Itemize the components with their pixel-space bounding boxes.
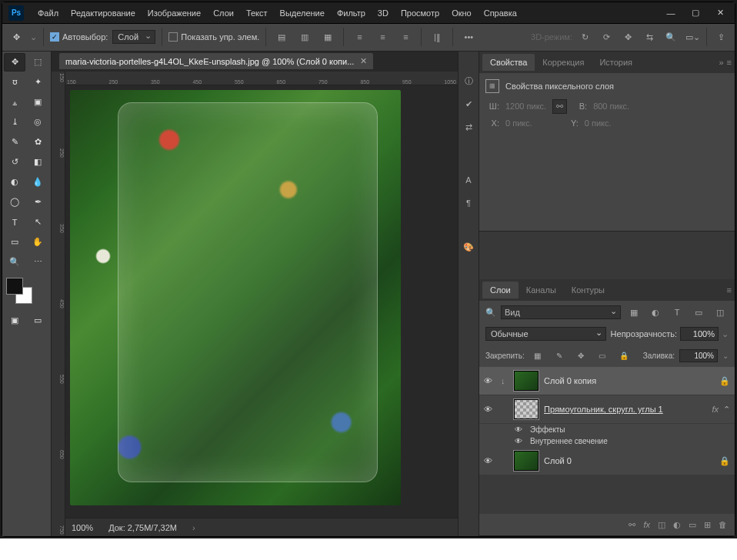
align-right-icon[interactable]: ▦ [318, 28, 337, 46]
close-icon[interactable]: ✕ [360, 56, 367, 66]
tool-gradient[interactable]: ◐ [4, 173, 25, 192]
3d-slide-icon[interactable]: ⇆ [640, 28, 659, 46]
workspace-icon[interactable]: ▭⌄ [683, 28, 702, 46]
color-swatches[interactable] [6, 278, 32, 304]
menu-3d[interactable]: 3D [372, 2, 395, 24]
filter-smart-icon[interactable]: ◫ [712, 304, 729, 321]
layer-item[interactable]: 👁 Слой 0 🔒 [479, 447, 735, 475]
share-icon[interactable]: ⇪ [712, 28, 730, 46]
distribute-bottom-icon[interactable]: ≡ [396, 28, 415, 46]
fx-badge[interactable]: fx [712, 405, 719, 414]
layer-name[interactable]: Слой 0 [544, 456, 715, 465]
tool-hand[interactable]: ✋ [27, 233, 48, 252]
tool-brush[interactable]: ✎ [4, 133, 25, 152]
lock-position-icon[interactable]: ✥ [572, 347, 589, 364]
visibility-icon[interactable]: 👁 [484, 456, 496, 465]
layer-mask-icon[interactable]: ◫ [658, 520, 665, 530]
layer-item[interactable]: 👁 Прямоугольник, скругл. углы 1 fx ⌃ [479, 395, 735, 424]
paragraph-icon[interactable]: ¶ [460, 195, 477, 212]
tool-screenmode[interactable]: ▭ [27, 312, 48, 330]
distribute-top-icon[interactable]: ≡ [350, 28, 368, 46]
menu-window[interactable]: Окно [445, 2, 478, 24]
tool-path[interactable]: ↖ [27, 213, 48, 232]
visibility-icon[interactable]: 👁 [484, 376, 496, 385]
layer-name[interactable]: Слой 0 копия [544, 376, 715, 385]
tab-history[interactable]: История [592, 54, 640, 71]
show-controls-checkbox[interactable]: Показать упр. элем. [168, 32, 259, 42]
autoselect-checkbox[interactable]: ✓ Автовыбор: [50, 32, 108, 42]
info-icon[interactable]: ⓘ [460, 73, 477, 90]
tool-type[interactable]: T [4, 213, 25, 232]
tab-layers[interactable]: Слои [482, 282, 519, 298]
menu-layers[interactable]: Слои [207, 2, 240, 24]
menu-select[interactable]: Выделение [274, 2, 331, 24]
tool-spot-heal[interactable]: ◎ [27, 113, 48, 132]
document-tab[interactable]: maria-victoria-portelles-g4L4OL_KkeE-uns… [59, 53, 373, 69]
filter-adjust-icon[interactable]: ◐ [647, 304, 664, 321]
zoom-level[interactable]: 100% [72, 523, 93, 532]
menu-text[interactable]: Текст [240, 2, 274, 24]
tool-frame[interactable]: ▣ [27, 93, 48, 112]
3d-pan-icon[interactable]: ✥ [619, 28, 637, 46]
tool-marquee[interactable]: ⬚ [27, 53, 48, 72]
layer-name[interactable]: Прямоугольник, скругл. углы 1 [544, 405, 707, 414]
layer-filter-kind[interactable]: Вид [501, 305, 621, 319]
layer-thumbnail[interactable] [513, 450, 539, 472]
character-icon[interactable]: A [460, 172, 477, 188]
lock-all-icon[interactable]: 🔒 [615, 347, 632, 364]
search-icon[interactable]: 🔍 [662, 28, 680, 46]
panel-menu-icon[interactable]: ≡ [727, 58, 732, 67]
menu-filter[interactable]: Фильтр [331, 2, 372, 24]
fx-inner-glow-row[interactable]: 👁 Внутреннее свечение [479, 435, 735, 447]
layer-fx-icon[interactable]: fx [643, 520, 650, 529]
3d-orbit-icon[interactable]: ↻ [575, 28, 594, 46]
tab-channels[interactable]: Каналы [519, 282, 564, 298]
layer-item[interactable]: 👁 ↓ Слой 0 копия 🔒 [479, 367, 735, 395]
lock-artboard-icon[interactable]: ▭ [594, 347, 611, 364]
tool-shape[interactable]: ▭ [4, 233, 25, 252]
layer-thumbnail[interactable] [513, 370, 539, 392]
visibility-icon[interactable]: 👁 [484, 405, 496, 414]
lock-pixels-icon[interactable]: ▦ [529, 347, 546, 364]
tool-eyedropper[interactable]: ⤓ [4, 113, 25, 132]
menu-edit[interactable]: Редактирование [65, 2, 142, 24]
canvas[interactable] [65, 85, 458, 518]
opacity-value[interactable]: 100% [680, 327, 719, 341]
tool-quickmask[interactable]: ▣ [4, 312, 25, 330]
move-tool-icon[interactable]: ✥ [7, 28, 25, 46]
group-layers-icon[interactable]: ▭ [689, 520, 696, 530]
color-icon[interactable]: 🎨 [460, 239, 477, 256]
menu-image[interactable]: Изображение [142, 2, 207, 24]
search-mode-icon[interactable]: 🔍 [485, 308, 496, 318]
brushes-icon[interactable]: ✔ [460, 96, 477, 113]
tool-extra[interactable]: ⋯ [27, 253, 48, 272]
new-layer-icon[interactable]: ⊞ [704, 520, 711, 530]
autoselect-dropdown[interactable]: Слой [112, 30, 155, 44]
fx-effects-row[interactable]: 👁 Эффекты [479, 424, 735, 435]
window-close[interactable]: ✕ [709, 5, 732, 21]
panel-menu-icon[interactable]: ≡ [727, 285, 732, 295]
lock-icon[interactable]: 🔒 [719, 456, 730, 466]
3d-rotate-icon[interactable]: ⟳ [597, 28, 615, 46]
tool-eraser[interactable]: ◧ [27, 153, 48, 172]
panel-collapse-icon[interactable]: » [719, 58, 723, 67]
layer-thumbnail[interactable] [513, 398, 539, 420]
adjustment-layer-icon[interactable]: ◐ [673, 520, 681, 530]
tool-blur[interactable]: 💧 [27, 173, 48, 192]
fx-expand-icon[interactable]: ⌃ [723, 405, 730, 415]
adjust-icon[interactable]: ⇄ [460, 119, 477, 136]
link-wh-icon[interactable]: ⚯ [552, 99, 567, 114]
more-options-icon[interactable]: ••• [459, 28, 478, 46]
fill-value[interactable]: 100% [679, 349, 718, 362]
lock-paint-icon[interactable]: ✎ [551, 347, 568, 364]
window-minimize[interactable]: — [659, 5, 682, 21]
blend-mode-dropdown[interactable]: Обычные [485, 327, 606, 341]
tab-adjustments[interactable]: Коррекция [535, 54, 592, 71]
distribute-h-icon[interactable]: |‖ [428, 28, 446, 46]
align-left-icon[interactable]: ▤ [272, 28, 291, 46]
visibility-icon[interactable]: 👁 [515, 425, 525, 434]
link-layers-icon[interactable]: ⚯ [629, 520, 635, 530]
align-center-icon[interactable]: ▥ [295, 28, 314, 46]
filter-shape-icon[interactable]: ▭ [690, 304, 707, 321]
tool-clone[interactable]: ✿ [27, 133, 48, 152]
